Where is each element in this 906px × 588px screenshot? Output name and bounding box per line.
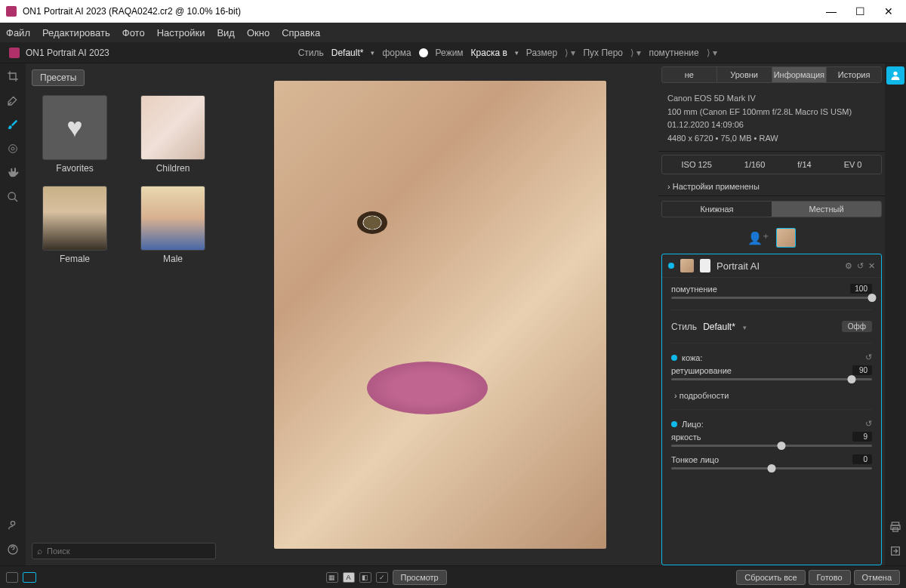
presets-panel: Пресеты ♥ Favorites Children Female Male… (26, 63, 222, 565)
done-button[interactable]: Готово (809, 570, 851, 585)
menu-help[interactable]: Справка (282, 27, 320, 38)
portrait-ai-panel: Portrait AI ⚙ ↺ ✕ помутнение 100 Стиль D… (661, 254, 882, 565)
search-box[interactable]: ⌕ (32, 543, 216, 559)
export-icon[interactable] (889, 544, 902, 558)
view-mode-single-icon[interactable] (6, 572, 18, 583)
menubar: Файл Редактировать Фото Настройки Вид Ок… (0, 23, 906, 42)
retouch-slider-label: ретуширование (671, 366, 732, 375)
circle-tool-icon[interactable] (6, 142, 20, 155)
off-button[interactable]: Офф (842, 321, 872, 332)
tab-nav[interactable]: не (662, 67, 717, 82)
toggle-local[interactable]: Местный (772, 202, 881, 217)
menu-edit[interactable]: Редактировать (42, 27, 110, 38)
brightness-slider[interactable] (671, 445, 872, 447)
thin-face-slider-value: 0 (852, 454, 872, 464)
style-dropdown[interactable]: Default* ▾ (703, 322, 836, 332)
menu-settings[interactable]: Настройки (157, 27, 205, 38)
tab-levels[interactable]: Уровни (717, 67, 772, 82)
app-toolbar: ON1 Portrait AI 2023 Стиль Default* ▾ фо… (0, 42, 906, 63)
compare-view-icon[interactable]: ◧ (359, 572, 371, 583)
mode-label: Режим (436, 48, 464, 58)
svg-point-3 (11, 522, 14, 525)
preset-children[interactable]: Children (133, 95, 213, 174)
face-enabled-dot[interactable] (671, 421, 677, 427)
panel-title: Portrait AI (716, 260, 839, 272)
preset-label: Favorites (56, 163, 93, 174)
metadata-block: Canon EOS 5D Mark IV 100 mm (Canon EF 10… (658, 86, 885, 152)
size-stepper[interactable]: ⟩ ▾ (565, 48, 575, 58)
zoom-tool-icon[interactable] (6, 190, 20, 204)
size-label: Размер (526, 48, 557, 58)
reset-icon[interactable]: ↺ (865, 419, 872, 429)
reset-icon[interactable]: ↺ (865, 352, 872, 362)
preview-button[interactable]: Просмотр (393, 570, 447, 585)
mode-value[interactable]: Краска в (471, 48, 507, 58)
print-icon[interactable] (889, 520, 902, 534)
shape-indicator[interactable] (419, 48, 428, 57)
gear-icon[interactable]: ⚙ (845, 261, 852, 271)
exif-iso: ISO 125 (681, 160, 711, 169)
person-mode-icon[interactable] (886, 66, 904, 85)
brightness-slider-label: яркость (671, 433, 701, 442)
tab-info[interactable]: Информация (772, 67, 827, 82)
chevron-down-icon[interactable]: ▾ (515, 49, 519, 57)
reset-all-button[interactable]: Сбросить все (736, 570, 805, 585)
style-value[interactable]: Default* (331, 48, 364, 58)
enabled-dot-icon[interactable] (668, 263, 674, 269)
close-icon[interactable]: ✕ (868, 261, 875, 271)
toggle-book[interactable]: Книжная (662, 202, 772, 217)
preset-favorites[interactable]: ♥ Favorites (35, 95, 115, 174)
settings-applied-toggle[interactable]: › Настройки применены (658, 177, 885, 196)
opacity-slider[interactable] (671, 297, 872, 299)
retouch-tool-icon[interactable] (6, 94, 20, 107)
photo-viewer[interactable] (222, 63, 658, 565)
cancel-button[interactable]: Отмена (854, 570, 900, 585)
opacity-stepper[interactable]: ⟩ ▾ (707, 48, 717, 58)
maximize-button[interactable]: ☐ (855, 6, 865, 17)
grid-view-icon[interactable]: ▦ (326, 572, 338, 583)
meta-camera: Canon EOS 5D Mark IV (667, 92, 876, 106)
right-panel: не Уровни Информация История Canon EOS 5… (658, 63, 885, 565)
tab-history[interactable]: История (827, 67, 881, 82)
skin-enabled-dot[interactable] (671, 355, 677, 361)
reset-icon[interactable]: ↺ (857, 261, 864, 271)
opacity-slider-label: помутнение (671, 285, 717, 294)
retouch-slider[interactable] (671, 378, 872, 380)
menu-window[interactable]: Окно (247, 27, 270, 38)
search-input[interactable] (47, 546, 211, 556)
chevron-right-icon: › (667, 182, 670, 191)
chevron-down-icon: ▾ (743, 324, 747, 331)
chevron-down-icon[interactable]: ▾ (371, 49, 374, 57)
help-icon[interactable] (6, 543, 20, 556)
preset-female[interactable]: Female (35, 186, 115, 264)
thin-face-slider-label: Тонкое лицо (671, 455, 719, 464)
close-button[interactable]: ✕ (883, 6, 894, 17)
feather-stepper[interactable]: ⟩ ▾ (630, 48, 641, 58)
svg-rect-7 (891, 525, 900, 529)
detail-view-icon[interactable]: A (343, 572, 355, 583)
person-settings-icon[interactable] (6, 519, 20, 532)
add-face-icon[interactable]: 👤⁺ (747, 231, 769, 245)
info-tabs: не Уровни Информация История (661, 66, 882, 83)
thin-face-slider[interactable] (671, 467, 872, 469)
details-toggle[interactable]: › подробности (662, 386, 881, 405)
preset-thumbnail (42, 186, 107, 251)
brush-tool-icon[interactable] (6, 118, 20, 131)
softproof-icon[interactable]: ✓ (376, 572, 388, 583)
menu-view[interactable]: Вид (217, 27, 235, 38)
exif-row: ISO 125 1/160 f/14 EV 0 (661, 155, 882, 174)
face-thumbnail[interactable] (776, 228, 796, 248)
menu-file[interactable]: Файл (6, 27, 30, 38)
app-name-label: ON1 Portrait AI 2023 (26, 48, 109, 58)
view-mode-compare-icon[interactable] (23, 572, 36, 583)
menu-photo[interactable]: Фото (122, 27, 145, 38)
preset-thumbnail (140, 95, 205, 160)
mask-thumb-icon (700, 259, 710, 272)
shape-label: форма (382, 48, 411, 58)
presets-tab[interactable]: Пресеты (32, 69, 85, 86)
minimize-button[interactable]: — (826, 6, 837, 17)
preset-male[interactable]: Male (133, 186, 213, 264)
hand-tool-icon[interactable] (6, 166, 20, 180)
retouch-slider-value: 90 (852, 365, 872, 375)
crop-tool-icon[interactable] (6, 69, 20, 83)
